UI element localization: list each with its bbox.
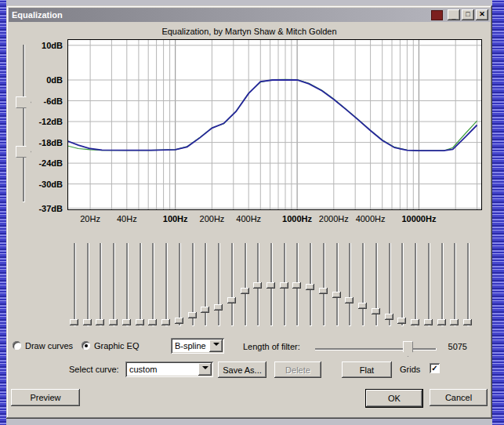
dropdown-arrow-icon[interactable]: [198, 363, 212, 376]
titlebar[interactable]: Equalization _ □ ✕: [9, 8, 490, 22]
eq-band-slider-630hz[interactable]: [267, 241, 276, 331]
eq-band-slider-80hz[interactable]: [148, 241, 158, 331]
eq-band-thumb[interactable]: [136, 319, 144, 325]
eq-band-thumb[interactable]: [385, 314, 393, 320]
y-tick-label: -24dB: [25, 158, 63, 169]
cancel-button[interactable]: Cancel: [430, 389, 488, 406]
eq-band-slider-4000hz[interactable]: [372, 241, 381, 331]
eq-band-groove: [336, 243, 339, 326]
eq-band-slider-250hz[interactable]: [214, 241, 223, 331]
filter-length-slider-groove[interactable]: [315, 348, 437, 351]
eq-band-slider-315hz[interactable]: [227, 241, 237, 331]
eq-band-slider-40hz[interactable]: [109, 241, 118, 331]
eq-band-thumb[interactable]: [122, 319, 131, 325]
eq-band-thumb[interactable]: [267, 282, 275, 289]
grids-checkbox[interactable]: ✓: [430, 363, 440, 373]
ok-button[interactable]: OK: [365, 389, 423, 408]
eq-band-slider-100hz[interactable]: [161, 241, 171, 331]
eq-band-thumb[interactable]: [96, 319, 104, 325]
eq-band-thumb[interactable]: [306, 284, 314, 290]
eq-band-thumb[interactable]: [253, 282, 262, 289]
preview-button[interactable]: Preview: [11, 389, 80, 406]
eq-band-groove: [231, 243, 234, 326]
eq-band-slider-50hz[interactable]: [122, 241, 132, 331]
eq-band-slider-25hz[interactable]: [83, 241, 92, 331]
flat-button[interactable]: Flat: [342, 361, 392, 378]
eq-band-groove: [323, 243, 325, 326]
eq-band-thumb[interactable]: [188, 312, 197, 318]
eq-band-thumb[interactable]: [292, 282, 301, 289]
eq-plot[interactable]: [67, 39, 482, 210]
eq-band-thumb[interactable]: [280, 282, 288, 289]
eq-band-thumb[interactable]: [345, 297, 354, 303]
eq-band-groove: [113, 243, 115, 326]
eq-band-thumb[interactable]: [227, 297, 236, 303]
eq-band-thumb[interactable]: [319, 288, 328, 294]
eq-band-thumb[interactable]: [70, 319, 78, 325]
graphic-eq-radio[interactable]: [82, 341, 90, 350]
eq-band-slider-500hz[interactable]: [253, 241, 263, 331]
eq-band-thumb[interactable]: [109, 319, 118, 325]
eq-band-slider-1250hz[interactable]: [306, 241, 315, 331]
drawn-curve-green: [67, 79, 477, 151]
graphic-eq-label[interactable]: Graphic EQ: [94, 341, 139, 351]
filter-response-blue: [67, 80, 477, 151]
eq-band-thumb[interactable]: [161, 319, 170, 325]
eq-band-slider-200hz[interactable]: [201, 241, 210, 331]
eq-band-slider-16000hz[interactable]: [450, 241, 459, 331]
eq-band-slider-20000hz[interactable]: [463, 241, 473, 331]
eq-band-slider-1000hz[interactable]: [292, 241, 302, 331]
eq-band-thumb[interactable]: [83, 319, 92, 325]
select-curve-combobox[interactable]: custom: [125, 361, 213, 377]
eq-band-thumb[interactable]: [332, 292, 341, 298]
eq-band-slider-160hz[interactable]: [188, 241, 198, 331]
eq-band-slider-20hz[interactable]: [70, 241, 79, 331]
eq-band-slider-63hz[interactable]: [136, 241, 145, 331]
eq-band-thumb[interactable]: [450, 319, 459, 325]
eq-band-thumb[interactable]: [424, 319, 433, 325]
eq-band-slider-12500hz[interactable]: [437, 241, 447, 331]
filter-length-slider-thumb[interactable]: [403, 341, 413, 357]
eq-band-slider-3150hz[interactable]: [358, 241, 368, 331]
eq-band-slider-400hz[interactable]: [241, 241, 250, 331]
grids-label[interactable]: Grids: [400, 365, 420, 374]
filter-length-value: 5075: [442, 342, 467, 351]
eq-band-slider-1600hz[interactable]: [319, 241, 328, 331]
eq-band-thumb[interactable]: [372, 308, 380, 314]
eq-band-slider-10000hz[interactable]: [424, 241, 433, 331]
draw-curves-radio[interactable]: [13, 341, 21, 350]
eq-band-thumb[interactable]: [201, 307, 209, 313]
y-tick-label: -6dB: [25, 96, 63, 107]
close-button[interactable]: ✕: [476, 9, 488, 20]
eq-band-slider-2500hz[interactable]: [345, 241, 354, 331]
eq-band-thumb[interactable]: [175, 318, 183, 324]
eq-band-slider-2000hz[interactable]: [332, 241, 342, 331]
eq-band-slider-800hz[interactable]: [280, 241, 289, 331]
eq-band-slider-6300hz[interactable]: [397, 241, 407, 331]
eq-band-thumb[interactable]: [214, 304, 223, 311]
draw-curves-label[interactable]: Draw curves: [25, 341, 73, 351]
eq-band-groove: [454, 243, 456, 326]
dropdown-arrow-icon[interactable]: [209, 340, 223, 352]
interpolation-combobox[interactable]: B-spline: [171, 338, 224, 354]
eq-band-slider-125hz[interactable]: [175, 241, 184, 331]
caption-buttons: _ □ ✕: [431, 9, 490, 20]
eq-band-groove: [362, 243, 364, 326]
minimize-button[interactable]: _: [448, 9, 460, 20]
eq-band-slider-5000hz[interactable]: [385, 241, 394, 331]
eq-band-thumb[interactable]: [437, 319, 446, 325]
eq-band-thumb[interactable]: [397, 318, 406, 324]
maximize-button[interactable]: □: [462, 9, 474, 20]
save-as-button[interactable]: Save As...: [218, 361, 267, 378]
eq-band-slider-8000hz[interactable]: [411, 241, 420, 331]
close-icon: ✕: [479, 11, 485, 18]
dialog-subtitle: Equalization, by Martyn Shaw & Mitch Gol…: [6, 27, 492, 36]
eq-band-groove: [126, 243, 129, 326]
eq-band-thumb[interactable]: [411, 319, 419, 325]
eq-band-thumb[interactable]: [463, 319, 472, 325]
eq-plot-canvas: [67, 39, 482, 210]
eq-band-thumb[interactable]: [148, 319, 157, 325]
eq-band-thumb[interactable]: [358, 303, 367, 309]
eq-band-slider-31.5hz[interactable]: [96, 241, 105, 331]
eq-band-thumb[interactable]: [241, 288, 249, 294]
